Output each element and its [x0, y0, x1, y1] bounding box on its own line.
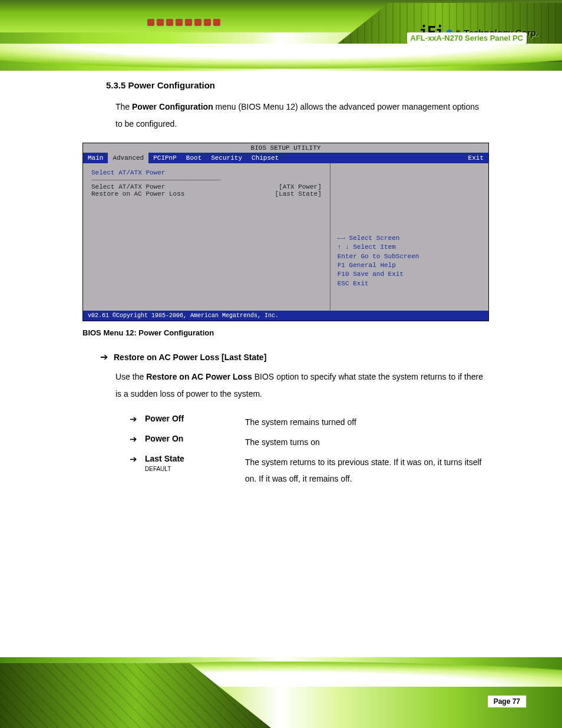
arrow-right-icon: ➔ [130, 414, 145, 424]
bios-key-row: ↑ ↓ Select Item [338, 243, 481, 252]
option-row: ➔ Power Off The system remains turned of… [130, 414, 495, 430]
arrow-lr-icon: ←→ [338, 235, 345, 242]
bios-key-row: ESC Exit [338, 279, 481, 288]
option-default-tag: DEFAULT [145, 466, 171, 472]
page-number: Page 77 [487, 695, 527, 708]
option-heading: Restore on AC Power Loss [Last State] [114, 353, 266, 362]
bios-hint [338, 169, 481, 234]
option-name: Last State DEFAULT [145, 454, 245, 473]
option-desc: The system turns on [245, 434, 495, 450]
bios-row: Select AT/ATX Power [ATX Power] [91, 183, 322, 190]
bios-tab-chipset: Chipset [247, 153, 464, 163]
arrow-right-icon: ➔ [130, 454, 145, 465]
option-name: Power Off [145, 414, 245, 423]
bios-key-row: ←→ Select Screen [338, 234, 481, 243]
option-name-text: Last State [145, 454, 184, 463]
bios-tab-advanced: Advanced [108, 153, 148, 163]
footer-banner: Page 77 [0, 657, 562, 728]
option-row: ➔ Last State DEFAULT The system returns … [130, 454, 495, 487]
page-content: 5.3.5 Power Configuration The Power Conf… [82, 77, 530, 490]
bios-key-row: Enter Go to SubScreen [338, 252, 481, 261]
product-name: AFL-xxA-N270 Series Panel PC [407, 32, 527, 44]
option-paragraph: Use the Restore on AC Power Loss BIOS op… [115, 368, 483, 403]
bios-key-text: Select Item [353, 243, 396, 251]
bios-row-key: Restore on AC Power Loss [91, 190, 184, 197]
bios-tab-pcipnp: PCIPnP [148, 153, 181, 163]
bios-right-pane: ←→ Select Screen ↑ ↓ Select Item Enter G… [330, 163, 488, 311]
bios-tab-bar: Main Advanced PCIPnP Boot Security Chips… [83, 153, 488, 163]
bios-key-row: F1 General Help [338, 261, 481, 270]
arrow-ud-icon: ↑ ↓ [338, 243, 349, 251]
option-name: Power On [145, 434, 245, 443]
header-curve [0, 44, 562, 73]
arrow-right-icon: ➔ [100, 351, 108, 363]
bios-key-text: Save and Exit [353, 271, 404, 278]
intro-bold: Power Configuration [132, 102, 213, 111]
bios-body: Select AT/ATX Power ————————————————————… [83, 163, 488, 311]
opt-para-pre: Use the [115, 372, 146, 381]
option-row: ➔ Power On The system turns on [130, 434, 495, 450]
bios-screenshot: BIOS SETUP UTILITY Main Advanced PCIPnP … [82, 143, 489, 321]
opt-para-bold: Restore on AC Power Loss [146, 372, 252, 381]
bios-key-text: Select Screen [349, 235, 400, 242]
bios-key-row: F10 Save and Exit [338, 270, 481, 279]
bios-tab-boot: Boot [181, 153, 206, 163]
bios-row-val: [ATX Power] [279, 183, 322, 190]
option-heading-row: ➔ Restore on AC Power Loss [Last State] [100, 351, 530, 363]
bios-key-sym: F10 [338, 271, 349, 278]
bios-separator: ——————————————————————————————————————— [91, 176, 322, 183]
header-banner: iEi ® Technology Corp. AFL-xxA-N270 Seri… [0, 0, 562, 71]
arrow-right-icon: ➔ [130, 434, 145, 444]
bios-left-pane: Select AT/ATX Power ————————————————————… [83, 163, 330, 311]
bios-key-sym: Enter [338, 253, 357, 260]
section-title: 5.3.5 Power Configuration [106, 80, 530, 90]
bios-footer: v02.61 ©Copyright 1985-2006, American Me… [83, 311, 488, 321]
header-decor-dots [147, 19, 224, 27]
intro-pre: The [115, 102, 132, 111]
bios-row-val: [Last State] [275, 190, 322, 197]
bios-key-sym: ESC [338, 280, 349, 287]
bios-tab-security: Security [206, 153, 247, 163]
bios-title-bar: BIOS SETUP UTILITY [83, 143, 488, 153]
bios-left-heading: Select AT/ATX Power [91, 169, 322, 176]
bios-tab-exit: Exit [464, 153, 488, 163]
bios-key-sym: F1 [338, 262, 345, 269]
intro-paragraph: The Power Configuration menu (BIOS Menu … [115, 98, 483, 133]
bios-key-text: Exit [353, 280, 368, 287]
figure-caption: BIOS Menu 12: Power Configuration [82, 328, 530, 337]
bios-key-text: Go to SubScreen [361, 253, 419, 260]
bios-row: Restore on AC Power Loss [Last State] [91, 190, 322, 197]
option-table: ➔ Power Off The system remains turned of… [130, 414, 495, 487]
option-desc: The system remains turned off [245, 414, 495, 430]
bios-row-key: Select AT/ATX Power [91, 183, 165, 190]
option-desc: The system returns to its previous state… [245, 454, 495, 487]
bios-key-text: General Help [349, 262, 396, 269]
bios-tab-main: Main [83, 153, 108, 163]
